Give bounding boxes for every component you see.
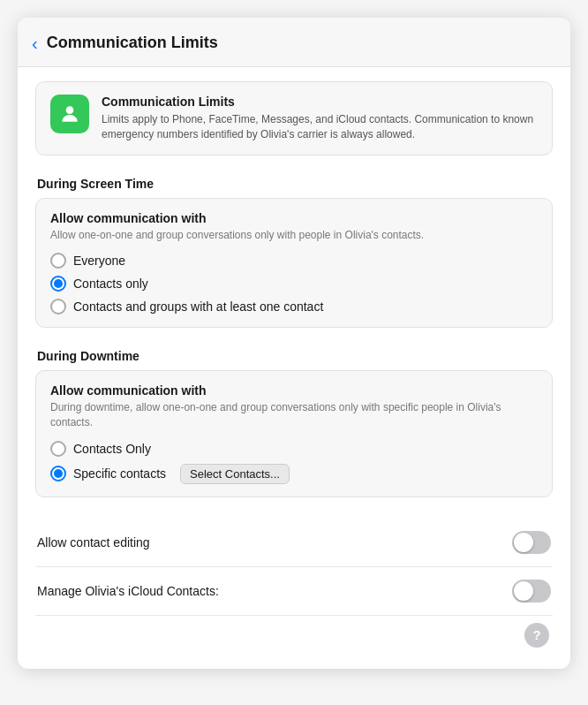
screen-time-card-title: Allow communication with [50,211,538,225]
radio-contacts-groups-label: Contacts and groups with at least one co… [73,299,323,314]
radio-downtime-contacts-only-label: Contacts Only [73,442,151,456]
communication-limits-icon [58,102,81,125]
app-icon [50,95,89,133]
radio-everyone[interactable] [50,253,66,269]
back-button[interactable]: ‹ [32,34,38,52]
radio-specific-contacts[interactable] [50,466,66,481]
screen-time-section-label: During Screen Time [35,177,553,191]
radio-contacts-groups[interactable] [50,299,66,315]
toggle-knob-2 [514,581,533,601]
help-button[interactable]: ? [524,623,549,648]
radio-contacts-only[interactable] [50,276,66,292]
header: ‹ Communication Limits [18,18,570,67]
manage-icloud-contacts-label: Manage Olivia's iCloud Contacts: [37,584,219,598]
help-label: ? [532,627,540,642]
info-card: Communication Limits Limits apply to Pho… [35,81,553,155]
help-button-area: ? [35,616,553,651]
downtime-card-title: Allow communication with [50,383,538,398]
radio-downtime-contacts-only[interactable] [50,441,66,457]
page-title: Communication Limits [47,34,218,52]
downtime-card-subtitle: During downtime, allow one-on-one and gr… [50,400,538,430]
screen-time-option-contacts-and-groups[interactable]: Contacts and groups with at least one co… [50,299,538,315]
back-chevron-icon: ‹ [32,34,38,52]
screen-time-card: Allow communication with Allow one-on-on… [35,198,553,329]
info-card-title: Communication Limits [102,95,538,109]
info-card-description: Limits apply to Phone, FaceTime, Message… [102,112,538,142]
screen-time-card-subtitle: Allow one-on-one and group conversations… [50,228,538,243]
manage-icloud-contacts-toggle[interactable] [512,580,551,603]
radio-specific-contacts-label: Specific contacts [73,466,166,481]
allow-contact-editing-label: Allow contact editing [37,535,150,550]
svg-point-0 [66,106,74,114]
allow-contact-editing-toggle[interactable] [512,531,551,554]
content-area: Communication Limits Limits apply to Pho… [18,67,570,669]
screen-time-option-everyone[interactable]: Everyone [50,253,538,269]
toggle-knob [514,533,533,552]
select-contacts-button[interactable]: Select Contacts... [180,464,290,484]
radio-contacts-only-label: Contacts only [73,277,148,291]
allow-contact-editing-row: Allow contact editing [35,519,553,567]
downtime-option-contacts-only[interactable]: Contacts Only [50,441,538,457]
downtime-card: Allow communication with During downtime… [35,370,553,497]
downtime-option-specific-contacts[interactable]: Specific contacts Select Contacts... [50,464,538,484]
manage-icloud-contacts-row: Manage Olivia's iCloud Contacts: [35,567,553,616]
downtime-section-label: During Downtime [35,349,553,363]
main-window: ‹ Communication Limits Communication Lim… [18,18,570,669]
radio-everyone-label: Everyone [73,254,125,268]
info-text: Communication Limits Limits apply to Pho… [102,95,538,142]
screen-time-option-contacts-only[interactable]: Contacts only [50,276,538,292]
